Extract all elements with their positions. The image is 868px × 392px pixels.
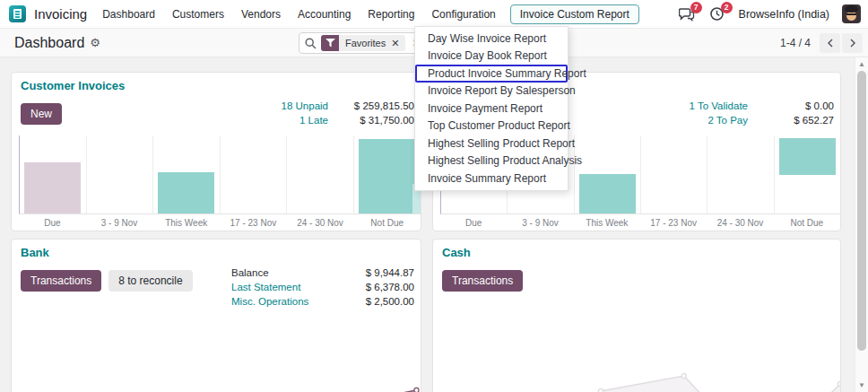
facet-body: Favorites ✕ <box>339 35 405 51</box>
search-facet-favorites: Favorites ✕ <box>321 35 405 51</box>
customer-invoices-stats: 18 Unpaid$ 259,815.501 Late$ 31,750.00 <box>282 100 414 126</box>
bar-column-24-30-nov <box>707 135 774 213</box>
user-menu[interactable]: BrowseInfo (India) <box>739 8 829 21</box>
nav-item-accounting[interactable]: Accounting <box>295 4 353 24</box>
invoicing-app-icon[interactable] <box>9 5 26 22</box>
page-title-wrap: Dashboard ⚙ <box>14 35 100 51</box>
bar-column-17-23-nov <box>221 135 288 213</box>
filter-icon <box>321 35 339 51</box>
axis-label-this-week: This Week <box>574 218 640 228</box>
scrollbar-up-arrow-icon[interactable]: ▲ <box>855 58 868 70</box>
bar-not-due[interactable] <box>359 139 415 213</box>
app-name[interactable]: Invoicing <box>34 6 87 22</box>
menu-item-invoice-summary-report[interactable]: Invoice Summary Report <box>415 170 568 187</box>
menu-item-invoice-report-by-salesperson[interactable]: Invoice Report By Salesperson <box>415 83 568 100</box>
vertical-scrollbar[interactable]: ▲ ▼ <box>855 57 868 392</box>
cash-line-chart[interactable] <box>433 372 840 392</box>
cash-buttons: Transactions <box>442 270 523 292</box>
stat-value-18-unpaid: $ 259,815.50 <box>339 100 414 111</box>
facet-remove-icon[interactable]: ✕ <box>391 39 399 48</box>
bar-this-week[interactable] <box>579 174 636 213</box>
stat-label-2-to-pay[interactable]: 2 To Pay <box>690 115 748 126</box>
menu-item-day-wise-invoice-report[interactable]: Day Wise Invoice Report <box>415 30 568 48</box>
bar-column-not-due <box>775 135 840 213</box>
activities-icon[interactable]: 2 <box>708 5 726 23</box>
axis-label-17-23-nov: 17 - 23 Nov <box>640 218 707 228</box>
nav-item-reporting[interactable]: Reporting <box>365 4 417 24</box>
transactions-button[interactable]: Transactions <box>21 270 101 292</box>
bar-column-this-week <box>575 135 641 213</box>
axis-label-3-9-nov: 3 - 9 Nov <box>86 218 153 228</box>
avatar-glasses <box>846 13 856 15</box>
stat-value-1-to-validate: $ 0.00 <box>759 100 834 111</box>
avatar-hair <box>845 5 858 13</box>
scrollbar-down-arrow-icon[interactable]: ▼ <box>855 379 868 391</box>
bar-column-17-23-nov <box>641 135 707 213</box>
chevron-right-icon <box>849 39 856 48</box>
bar-not-due[interactable] <box>779 138 836 176</box>
invoice-custom-report-menu-button[interactable]: Invoice Custom Report <box>510 4 639 24</box>
bank-buttons: Transactions8 to reconcile <box>21 270 193 292</box>
page-title: Dashboard <box>14 35 84 51</box>
nav-item-configuration[interactable]: Configuration <box>429 4 498 24</box>
nav-item-customers[interactable]: Customers <box>169 4 227 24</box>
stat-label-1-late[interactable]: 1 Late <box>282 115 328 126</box>
systray: 7 2 BrowseInfo (India) <box>678 4 861 23</box>
card-bank: Bank Transactions8 to reconcile Balance$… <box>11 239 421 392</box>
pager-prev-button[interactable] <box>820 33 840 53</box>
axis-label-not-due: Not Due <box>353 218 421 228</box>
top-navbar: Invoicing DashboardCustomersVendorsAccou… <box>0 0 868 29</box>
stat-value-misc-operations: $ 2,500.00 <box>339 296 414 307</box>
axis-label-17-23-nov: 17 - 23 Nov <box>220 218 287 228</box>
axis-label-24-30-nov: 24 - 30 Nov <box>287 218 354 228</box>
8-to-reconcile-button[interactable]: 8 to reconcile <box>108 270 192 292</box>
stat-value-1-late: $ 31,750.00 <box>339 115 414 126</box>
card-bank-title[interactable]: Bank <box>21 246 49 259</box>
stat-label-18-unpaid[interactable]: 18 Unpaid <box>282 100 328 111</box>
bar-this-week[interactable] <box>158 172 214 213</box>
menu-item-highest-selling-product-report[interactable]: Highest Selling Product Report <box>415 135 568 152</box>
axis-label-due: Due <box>440 218 507 228</box>
menu-item-invoice-day-book-report[interactable]: Invoice Day Book Report <box>415 48 568 65</box>
bar-column-3-9-nov <box>87 135 154 213</box>
menu-item-top-customer-product-report[interactable]: Top Customer Product Report <box>415 118 568 135</box>
stat-value-last-statement: $ 6,378.00 <box>339 282 414 292</box>
card-cash-title[interactable]: Cash <box>442 246 471 259</box>
scrollbar-thumb[interactable] <box>857 71 866 351</box>
stat-label-balance: Balance <box>231 267 328 278</box>
bank-line-chart[interactable] <box>12 372 421 392</box>
transactions-button[interactable]: Transactions <box>442 270 523 292</box>
bank-stats: Balance$ 9,944.87Last Statement$ 6,378.0… <box>231 267 414 307</box>
axis-label-this-week: This Week <box>152 218 220 228</box>
messages-badge: 7 <box>690 2 702 13</box>
vendor-bills-stats: 1 To Validate$ 0.002 To Pay$ 652.27 <box>690 100 834 126</box>
axis-label-24-30-nov: 24 - 30 Nov <box>707 218 773 228</box>
new-button[interactable]: New <box>21 103 62 125</box>
gear-icon[interactable]: ⚙ <box>90 37 100 48</box>
bar-axis-labels: Due3 - 9 NovThis Week17 - 23 Nov24 - 30 … <box>440 214 840 228</box>
menu-item-product-invoice-summary-report[interactable]: Product Invoice Summary Report <box>415 65 568 83</box>
nav-item-dashboard[interactable]: Dashboard <box>100 4 158 24</box>
nav-item-vendors[interactable]: Vendors <box>239 4 283 24</box>
axis-label-not-due: Not Due <box>774 218 840 228</box>
axis-label-3-9-nov: 3 - 9 Nov <box>507 218 573 228</box>
stat-label-last-statement[interactable]: Last Statement <box>231 282 328 292</box>
menu-item-highest-selling-product-analysis[interactable]: Highest Selling Product Analysis <box>415 152 568 170</box>
customer-invoices-bar-chart[interactable]: Due3 - 9 NovThis Week17 - 23 Nov24 - 30 … <box>19 135 421 228</box>
stat-label-misc-operations[interactable]: Misc. Operations <box>231 296 328 307</box>
bar-column-not-due <box>354 135 421 213</box>
bar-plot <box>19 135 421 214</box>
card-cash: Cash Transactions <box>432 239 841 392</box>
bar-due[interactable] <box>24 162 81 213</box>
search-icon <box>305 38 317 49</box>
line-chart-svg <box>12 372 421 392</box>
line-chart-svg <box>433 372 840 392</box>
user-avatar[interactable] <box>842 4 861 23</box>
card-customer-invoices-title[interactable]: Customer Invoices <box>21 79 125 92</box>
messages-icon[interactable]: 7 <box>678 5 696 23</box>
stat-label-1-to-validate[interactable]: 1 To Validate <box>690 100 748 111</box>
activities-badge: 2 <box>721 2 733 13</box>
pager-next-button[interactable] <box>842 33 863 53</box>
menu-item-invoice-payment-report[interactable]: Invoice Payment Report <box>415 100 568 118</box>
customer-invoices-buttons: New <box>21 103 62 125</box>
